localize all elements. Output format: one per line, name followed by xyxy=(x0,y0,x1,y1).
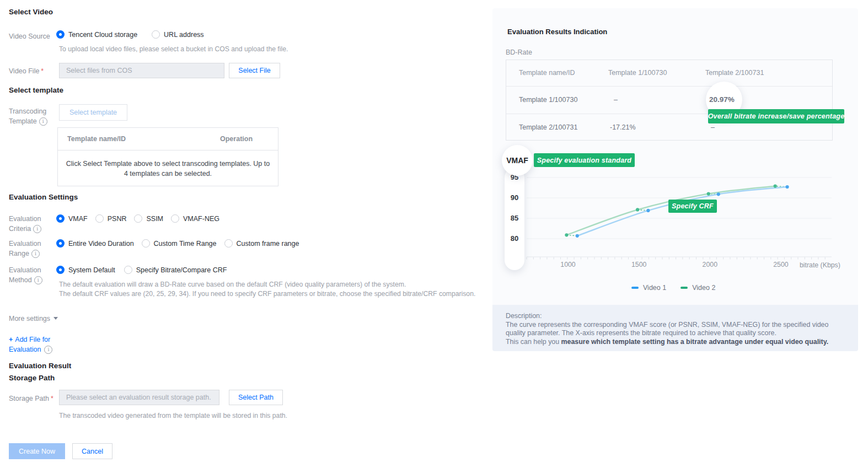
radio-custom-time-range[interactable]: Custom Time Range xyxy=(142,239,217,248)
radio-system-default[interactable]: System Default xyxy=(56,266,115,274)
evaluation-criteria-label: Evaluation xyxy=(9,214,41,224)
select-template-heading: Select template xyxy=(9,86,63,94)
storage-heading-line2: Storage Path xyxy=(9,374,55,382)
template-table-header-name: Template name/ID xyxy=(67,128,126,150)
bd-row1-name: Template 1/100730 xyxy=(519,86,577,114)
cancel-button[interactable]: Cancel xyxy=(72,443,112,459)
radio-icon[interactable] xyxy=(56,239,65,248)
bd-row1-template1: – xyxy=(614,86,618,114)
svg-text:2000: 2000 xyxy=(703,261,718,268)
legend-item-video1[interactable]: Video 1 xyxy=(631,284,666,292)
svg-text:2500: 2500 xyxy=(773,261,789,268)
radio-url-address[interactable]: URL address xyxy=(152,30,204,39)
evaluation-settings-heading: Evaluation Settings xyxy=(9,193,78,201)
description-tail: This can help you measure which template… xyxy=(506,338,847,347)
radio-icon[interactable] xyxy=(152,30,160,39)
description-label: Description: xyxy=(506,312,847,321)
evaluation-method-label-line2: Method xyxy=(9,275,42,285)
y-tick-90: 90 xyxy=(505,194,524,202)
radio-psnr[interactable]: PSNR xyxy=(95,214,127,223)
radio-label: Tencent Cloud storage xyxy=(68,31,137,39)
select-video-heading: Select Video xyxy=(9,8,53,16)
video-file-placeholder: Select files from COS xyxy=(66,67,132,74)
add-file-link[interactable]: +Add File for xyxy=(9,335,50,345)
radio-icon[interactable] xyxy=(171,214,179,223)
y-tick-80: 80 xyxy=(505,235,524,243)
radio-icon[interactable] xyxy=(224,239,233,248)
overall-bitrate-badge: Overall bitrate increase/save percentage xyxy=(708,109,844,123)
bd-header-name: Template name/ID xyxy=(519,60,575,86)
template-table-header: Template name/ID Operation xyxy=(58,128,278,150)
y-tick-85: 85 xyxy=(505,214,524,222)
x-axis-unit-label: bitrate (Kbps) xyxy=(800,261,840,269)
info-icon[interactable] xyxy=(33,225,41,233)
info-icon[interactable] xyxy=(31,250,40,258)
description-bold-text: measure which template setting has a bit… xyxy=(561,338,829,346)
svg-text:1500: 1500 xyxy=(631,261,647,268)
evaluation-range-label: Evaluation xyxy=(9,239,41,249)
video-source-note: To upload local video files, please sele… xyxy=(59,45,288,54)
radio-specify-bitrate-compare-crf[interactable]: Specify Bitrate/Compare CRF xyxy=(124,266,227,274)
description-body: The curve represents the corresponding V… xyxy=(506,321,835,338)
bd-row2-name: Template 2/100731 xyxy=(519,114,577,141)
storage-path-note: The transcoded video generated from the … xyxy=(59,411,287,421)
info-icon[interactable] xyxy=(34,276,42,284)
select-path-button[interactable]: Select Path xyxy=(229,390,283,405)
y-axis-title: VMAF xyxy=(506,156,528,165)
template-table-empty-text: Click Select Template above to select tr… xyxy=(58,150,278,179)
svg-text:1000: 1000 xyxy=(560,261,576,268)
evaluation-range-options: Entire Video Duration Custom Time Range … xyxy=(56,239,299,248)
plus-icon: + xyxy=(9,336,13,343)
bd-rate-table: Template name/ID Template 1/100730 Templ… xyxy=(506,60,833,141)
select-template-button[interactable]: Select template xyxy=(59,104,127,121)
radio-entire-video-duration[interactable]: Entire Video Duration xyxy=(56,239,134,248)
results-heading: Evaluation Results Indication xyxy=(507,28,607,36)
bd-table-header-row: Template name/ID Template 1/100730 Templ… xyxy=(506,60,832,87)
bd-rate-label: BD-Rate xyxy=(506,47,532,57)
radio-label: URL address xyxy=(164,31,204,39)
radio-icon[interactable] xyxy=(124,266,132,274)
legend-label: Video 1 xyxy=(643,284,666,292)
radio-icon[interactable] xyxy=(56,214,65,223)
evaluation-method-note-1: The default evaluation will draw a BD-Ra… xyxy=(59,280,406,289)
storage-path-input[interactable]: Please select an evaluation result stora… xyxy=(59,390,219,405)
evaluation-method-note-2: The default CRF values are (20, 25, 29, … xyxy=(59,289,475,299)
radio-icon[interactable] xyxy=(95,214,104,223)
radio-ssim[interactable]: SSIM xyxy=(134,214,163,223)
storage-heading-line1: Evaluation Result xyxy=(9,362,71,370)
evaluation-criteria-options: VMAF PSNR SSIM VMAF-NEG xyxy=(56,214,219,223)
evaluation-results-panel: Evaluation Results Indication BD-Rate Te… xyxy=(492,8,858,351)
video-file-label: Video File* xyxy=(9,66,44,76)
video-file-input[interactable]: Select files from COS xyxy=(59,63,224,78)
radio-icon[interactable] xyxy=(56,266,65,274)
more-settings-toggle[interactable]: More settings xyxy=(9,314,58,324)
legend-swatch xyxy=(631,287,639,289)
chart-legend: Video 1 Video 2 xyxy=(631,284,715,292)
add-file-link-line2[interactable]: Evaluation xyxy=(9,345,52,354)
info-icon[interactable] xyxy=(39,117,47,126)
info-icon[interactable] xyxy=(44,346,52,354)
radio-vmaf-neg[interactable]: VMAF-NEG xyxy=(171,214,219,223)
page: Select Video Video Source Tencent Cloud … xyxy=(0,0,868,468)
radio-tencent-cloud-storage[interactable]: Tencent Cloud storage xyxy=(56,30,137,39)
radio-icon[interactable] xyxy=(56,30,65,39)
bd-rate-chart: 1000150020002500 xyxy=(499,163,858,273)
evaluation-criteria-label-line2: Criteria xyxy=(9,224,41,234)
bd-header-template1: Template 1/100730 xyxy=(608,60,667,86)
evaluation-method-label: Evaluation xyxy=(9,265,41,275)
y-axis-capsule: 95 90 85 80 xyxy=(505,168,524,270)
select-file-button[interactable]: Select File xyxy=(229,63,280,78)
storage-path-placeholder: Please select an evaluation result stora… xyxy=(66,394,211,401)
radio-vmaf[interactable]: VMAF xyxy=(56,214,88,223)
y-axis-title-circle: VMAF xyxy=(502,145,533,176)
bd-row2-template1: -17.21% xyxy=(610,114,636,141)
radio-custom-frame-range[interactable]: Custom frame range xyxy=(224,239,299,248)
description-section: Description: The curve represents the co… xyxy=(492,305,858,351)
template-table-header-operation: Operation xyxy=(220,128,253,150)
create-now-button[interactable]: Create Now xyxy=(9,443,65,459)
legend-item-video2[interactable]: Video 2 xyxy=(681,284,715,292)
template-table: Template name/ID Operation Click Select … xyxy=(57,127,278,186)
video-source-label: Video Source xyxy=(9,31,50,41)
radio-icon[interactable] xyxy=(142,239,150,248)
radio-icon[interactable] xyxy=(134,214,142,223)
